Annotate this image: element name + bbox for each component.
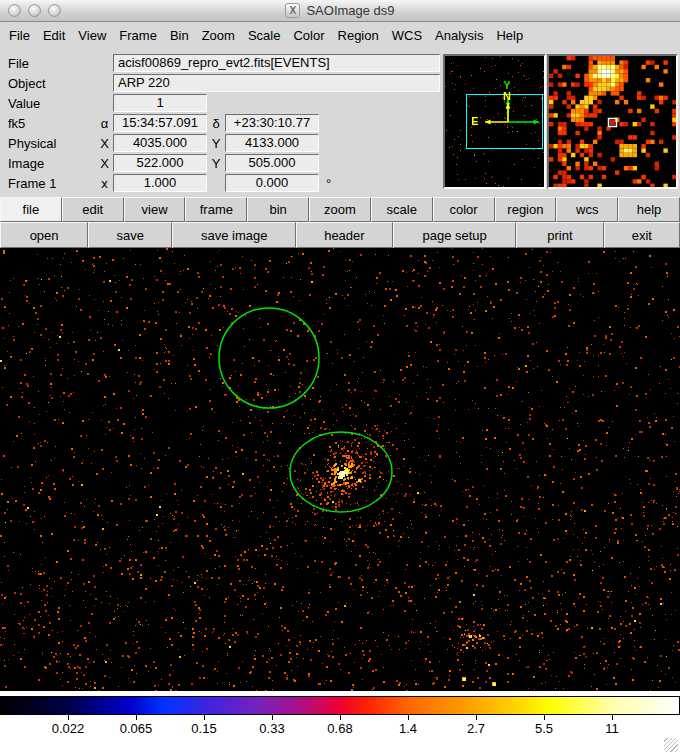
button-region[interactable]: region	[495, 197, 557, 222]
info-label: Object	[8, 76, 96, 91]
colorbar-tick-label: 11	[605, 721, 619, 736]
menu-wcs[interactable]: WCS	[392, 28, 422, 43]
colorbar-tick	[204, 715, 205, 720]
button-wcs[interactable]: wcs	[556, 197, 618, 222]
value-field[interactable]: 4035.000	[113, 134, 207, 152]
button-edit[interactable]: edit	[62, 197, 124, 222]
info-panel: Fileacisf00869_repro_evt2.fits[EVENTS]Ob…	[0, 53, 440, 193]
info-row-file: Fileacisf00869_repro_evt2.fits[EVENTS]	[0, 53, 440, 73]
x11-icon: X	[285, 3, 300, 18]
menu-analysis[interactable]: Analysis	[435, 28, 483, 43]
menu-region[interactable]: Region	[338, 28, 379, 43]
button-bin[interactable]: bin	[247, 197, 309, 222]
button-page-setup[interactable]: page setup	[393, 222, 516, 248]
button-frame[interactable]: frame	[185, 197, 247, 222]
image-display[interactable]	[0, 248, 680, 691]
button-save-image[interactable]: save image	[172, 222, 295, 248]
menu-edit[interactable]: Edit	[43, 28, 65, 43]
button-scale[interactable]: scale	[371, 197, 433, 222]
menu-help[interactable]: Help	[496, 28, 523, 43]
info-row-object: ObjectARP 220	[0, 73, 440, 93]
menubar: FileEditViewFrameBinZoomScaleColorRegion…	[0, 22, 680, 48]
button-view[interactable]: view	[124, 197, 186, 222]
resize-grip[interactable]	[664, 738, 678, 752]
coordinate-sub-label: α	[96, 116, 113, 131]
value-field[interactable]: 1	[113, 94, 207, 112]
coordinate-sub-label: δ	[207, 116, 225, 131]
colorbar-tick	[340, 715, 341, 720]
colorbar-tick	[544, 715, 545, 720]
coordinate-sub-label: X	[96, 156, 113, 171]
menu-bin[interactable]: Bin	[170, 28, 189, 43]
value-field[interactable]: ARP 220	[113, 74, 440, 92]
window-title-wrap: X SAOImage ds9	[0, 0, 680, 21]
colorbar-tick-label: 0.15	[191, 721, 216, 736]
degree-suffix: °	[326, 176, 331, 191]
value-field[interactable]: acisf00869_repro_evt2.fits[EVENTS]	[113, 54, 440, 72]
button-header[interactable]: header	[296, 222, 393, 248]
menu-zoom[interactable]: Zoom	[202, 28, 235, 43]
menu-frame[interactable]: Frame	[119, 28, 157, 43]
info-row-image: ImageX522.000Y505.000	[0, 153, 440, 173]
button-print[interactable]: print	[516, 222, 603, 248]
coordinate-sub-label: x	[96, 176, 113, 191]
title-bar[interactable]: X SAOImage ds9	[0, 0, 680, 22]
toolbar-categories: fileeditviewframebinzoomscalecolorregion…	[0, 197, 680, 222]
colorbar-tick-label: 5.5	[535, 721, 553, 736]
menu-color[interactable]: Color	[293, 28, 324, 43]
info-label: fk5	[8, 116, 96, 131]
value-field[interactable]: 522.000	[113, 154, 207, 172]
button-open[interactable]: open	[0, 222, 88, 248]
magnifier-frame	[547, 54, 678, 189]
info-label: Value	[8, 96, 96, 111]
coordinate-sub-label: Y	[207, 136, 225, 151]
value-field[interactable]: +23:30:10.77	[225, 114, 319, 132]
colorbar-tick	[68, 715, 69, 720]
colorbar-area: 0.0220.0650.150.330.681.42.75.511	[0, 691, 680, 754]
panner[interactable]	[445, 56, 544, 187]
colorbar-tick	[612, 715, 613, 720]
button-color[interactable]: color	[433, 197, 495, 222]
value-field[interactable]: 15:34:57.091	[113, 114, 207, 132]
colorbar-tick-label: 0.065	[120, 721, 153, 736]
info-row-value: Value1	[0, 93, 440, 113]
menu-view[interactable]: View	[78, 28, 106, 43]
info-label: Image	[8, 156, 96, 171]
info-row-frame-1: Frame 1x1.0000.000°	[0, 173, 440, 193]
colorbar-tick-label: 1.4	[399, 721, 417, 736]
window-title: SAOImage ds9	[306, 3, 394, 18]
colorbar-tick-label: 0.68	[327, 721, 352, 736]
menu-scale[interactable]: Scale	[248, 28, 281, 43]
info-label: File	[8, 56, 96, 71]
ds9-window: X SAOImage ds9 FileEditViewFrameBinZoomS…	[0, 0, 680, 754]
coordinate-sub-label: Y	[207, 156, 225, 171]
colorbar-tick-label: 0.33	[259, 721, 284, 736]
info-label: Physical	[8, 136, 96, 151]
info-row-fk5: fk5α15:34:57.091δ+23:30:10.77	[0, 113, 440, 133]
info-label: Frame 1	[8, 176, 96, 191]
button-exit[interactable]: exit	[604, 222, 680, 248]
colorbar-tick-label: 0.022	[52, 721, 85, 736]
value-field[interactable]: 4133.000	[225, 134, 319, 152]
menu-file[interactable]: File	[9, 28, 30, 43]
colorbar-tick-label: 2.7	[467, 721, 485, 736]
button-file[interactable]: file	[0, 197, 62, 222]
value-field[interactable]: 505.000	[225, 154, 319, 172]
colorbar-tick	[476, 715, 477, 720]
magnifier[interactable]	[549, 56, 676, 187]
button-save[interactable]: save	[88, 222, 172, 248]
info-row-physical: PhysicalX4035.000Y4133.000	[0, 133, 440, 153]
colorbar[interactable]	[0, 696, 680, 715]
coordinate-sub-label: X	[96, 136, 113, 151]
colorbar-tick	[136, 715, 137, 720]
button-zoom[interactable]: zoom	[309, 197, 371, 222]
value-field[interactable]: 0.000	[225, 174, 319, 192]
colorbar-tick	[272, 715, 273, 720]
value-field[interactable]: 1.000	[113, 174, 207, 192]
colorbar-tick	[408, 715, 409, 720]
button-help[interactable]: help	[618, 197, 680, 222]
panner-frame	[443, 54, 546, 189]
toolbar-file-actions: opensavesave imageheaderpage setupprinte…	[0, 222, 680, 248]
